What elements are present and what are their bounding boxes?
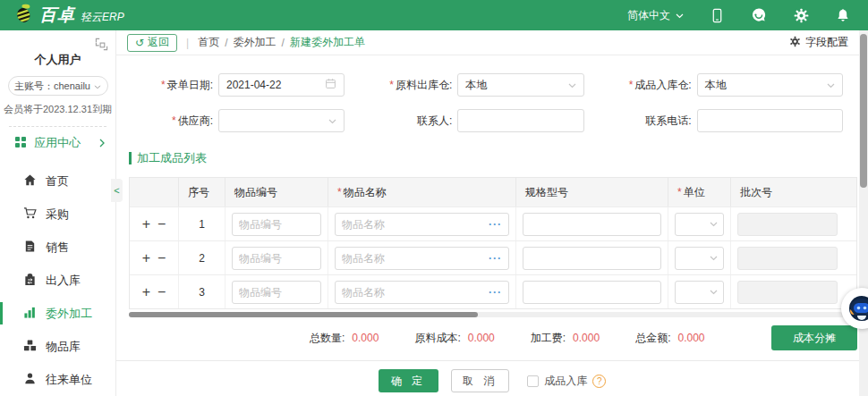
footer-actions: 确 定 取 消 成品入库 ? [116,361,868,392]
header-item-name: *物品名称 [328,178,516,206]
form-content: *录单日期: 2021-04-22 *原料出库仓: [116,55,868,392]
item-code-input[interactable] [232,213,321,236]
app-center-label: 应用中心 [34,135,81,151]
chevron-down-icon [710,290,718,295]
item-code-cell [226,241,328,274]
spec-input[interactable] [523,281,661,304]
unit-select[interactable] [675,281,724,304]
item-name-input[interactable] [335,247,509,270]
cost-allocation-button[interactable]: 成本分摊 [771,325,857,350]
row-actions: + − [130,207,179,240]
back-button[interactable]: ↺ 返回 [127,34,177,52]
batch-input-disabled [737,281,838,304]
breadcrumb-separator: / [225,37,227,49]
item-name-cell: ··· [328,241,516,274]
item-picker-ellipsis-icon[interactable]: ··· [489,218,502,231]
sidebar-item-inventory-in-out[interactable]: 出入库 [0,264,115,297]
spec-input[interactable] [523,213,661,236]
sidebar-item-sales[interactable]: 销售 [0,231,115,264]
spec-cell [516,207,668,240]
vertical-scrollbar-thumb[interactable] [860,34,867,188]
help-icon[interactable]: ? [592,375,606,388]
panel-collapse-icon[interactable] [95,38,108,54]
row-actions: + − [130,241,179,274]
customer-service-icon[interactable] [751,7,767,23]
spec-cell [516,241,668,274]
sidebar-item-home[interactable]: 首页 [0,164,115,198]
remove-row-button[interactable]: − [157,285,166,299]
language-selector[interactable]: 简体中文 [627,8,684,23]
sidebar-item-items-library[interactable]: 物品库 [0,330,115,363]
account-selector[interactable]: 主账号：chenailu [8,76,108,96]
spec-input[interactable] [523,247,661,270]
section-title-text: 加工成品列表 [137,150,207,166]
cancel-button[interactable]: 取 消 [451,369,509,392]
cart-icon [23,206,37,223]
back-label: 返回 [148,35,169,50]
batch-input-disabled [737,213,838,236]
phone-input[interactable] [705,114,835,127]
item-name-input[interactable] [335,281,509,304]
sidebar-item-purchase[interactable]: 采购 [0,198,115,231]
confirm-button[interactable]: 确 定 [379,369,438,392]
horizontal-scrollbar-thumb[interactable] [129,312,478,317]
sidebar-item-app-center[interactable]: 应用中心 [0,127,115,157]
sidebar-collapse-handle[interactable]: < [111,179,123,202]
item-code-cell [226,207,328,240]
remove-row-button[interactable]: − [157,217,166,232]
item-name-input[interactable] [335,213,509,236]
supplier-select[interactable] [218,109,345,132]
unit-cell [668,207,731,240]
item-code-cell [226,275,328,308]
chevron-down-icon [94,80,101,91]
undo-arrow-icon: ↺ [135,37,144,49]
chevron-down-icon [710,222,718,227]
sidebar-item-business-partners[interactable]: 往来单位 [0,363,115,396]
field-config-button[interactable]: 字段配置 [789,35,857,50]
add-row-button[interactable]: + [142,251,150,265]
field-config-label: 字段配置 [805,35,848,50]
unit-select[interactable] [675,247,724,270]
spec-cell [516,275,668,308]
product-inbound-checkbox[interactable] [527,375,539,387]
material-warehouse-select[interactable]: 本地 [457,73,583,97]
item-picker-ellipsis-icon[interactable]: ··· [489,286,502,299]
item-code-input[interactable] [232,281,321,304]
item-name-cell: ··· [328,207,516,240]
entry-date-input[interactable]: 2021-04-22 [218,73,345,97]
document-icon [23,240,37,256]
item-picker-ellipsis-icon[interactable]: ··· [489,252,502,265]
user-type-label: 个人用户 [0,52,115,68]
row-seq: 1 [179,207,226,240]
phone-input-wrap [697,109,843,132]
settings-gear-icon[interactable] [794,8,809,23]
mobile-app-icon[interactable] [711,8,724,23]
material-warehouse-label: *原料出库仓: [368,78,452,93]
batch-cell [731,241,856,274]
add-row-button[interactable]: + [142,285,150,299]
cubes-icon [23,339,37,355]
breadcrumb-item-outsourced[interactable]: 委外加工 [234,35,277,50]
row-seq: 2 [179,241,226,274]
notifications-bell-icon[interactable] [836,8,850,23]
product-inbound-label: 成品入库 [544,374,587,389]
language-label: 简体中文 [627,8,670,23]
batch-cell [731,207,856,240]
section-title: 加工成品列表 [129,150,868,166]
app-grid-icon [14,136,27,151]
item-code-input[interactable] [232,247,321,270]
contact-label: 联系人: [368,114,452,129]
add-row-button[interactable]: + [142,217,150,232]
breadcrumb-item-home[interactable]: 首页 [198,35,219,50]
gear-icon [789,36,801,50]
product-warehouse-select[interactable]: 本地 [697,73,843,97]
nav-label: 采购 [46,206,69,223]
chart-icon [23,306,37,322]
main-content: ↺ 返回 | 首页 / 委外加工 / 新建委外加工单 [116,30,868,396]
contact-input[interactable] [465,114,575,127]
sidebar-item-outsourced-processing[interactable]: 委外加工 [0,297,115,330]
unit-select[interactable] [675,213,724,236]
remove-row-button[interactable]: − [157,251,166,265]
product-warehouse-field: *成品入库仓: 本地 [608,73,847,97]
header-item-code: 物品编号 [226,178,328,206]
